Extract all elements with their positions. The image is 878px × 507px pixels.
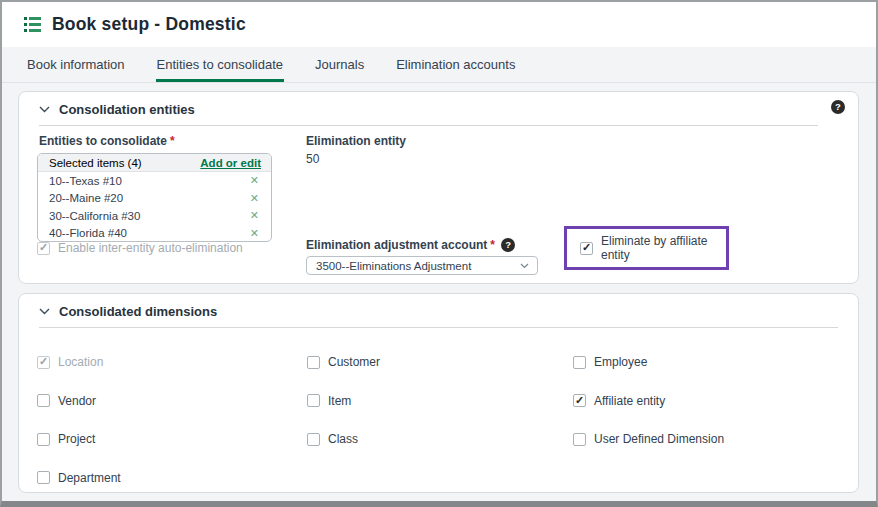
auto-elimination-checkbox-row: ✓ Enable inter-entity auto-elimination — [37, 241, 243, 255]
elimination-entity-label: Elimination entity — [306, 134, 406, 148]
remove-x-icon[interactable]: ✕ — [250, 210, 259, 221]
dimension-checkbox-class[interactable]: ✓ — [307, 433, 320, 446]
listbox-header: Selected items (4) Add or edit — [38, 154, 271, 172]
entity-item-label: 20--Maine #20 — [49, 192, 123, 204]
tab-book-information[interactable]: Book information — [26, 47, 126, 82]
dimension-row-employee: ✓Employee — [573, 355, 838, 369]
dimension-label: Class — [328, 432, 358, 446]
entity-list-item: 20--Maine #20✕ — [38, 190, 271, 208]
section-title: Consolidation entities — [59, 102, 195, 117]
dimension-label: Department — [58, 471, 121, 485]
page-title: Book setup - Domestic — [52, 14, 246, 35]
dimension-row-affiliate-entity: ✓Affiliate entity — [573, 394, 838, 408]
entity-list-item: 40--Florida #40✕ — [38, 225, 271, 243]
section-header-consolidation-entities[interactable]: Consolidation entities — [39, 102, 195, 117]
section-divider — [39, 327, 838, 328]
page-header: Book setup - Domestic — [2, 2, 876, 47]
book-setup-window: Book setup - Domestic Book informationEn… — [0, 0, 878, 507]
remove-x-icon[interactable]: ✕ — [250, 228, 259, 239]
dimension-label: User Defined Dimension — [594, 432, 724, 446]
dimension-row-project: ✓Project — [37, 432, 307, 446]
dimension-row-department: ✓Department — [37, 471, 307, 485]
entity-item-label: 30--California #30 — [49, 210, 140, 222]
dimension-label: Customer — [328, 355, 380, 369]
dimension-checkbox-project[interactable]: ✓ — [37, 433, 50, 446]
dimension-label: Item — [328, 394, 351, 408]
dimension-row-user-defined-dimension: ✓User Defined Dimension — [573, 432, 838, 446]
dimension-checkbox-item[interactable]: ✓ — [307, 394, 320, 407]
dimension-checkbox-department[interactable]: ✓ — [37, 471, 50, 484]
entity-list-item: 10--Texas #10✕ — [38, 172, 271, 190]
dimension-checkbox-user-defined-dimension[interactable]: ✓ — [573, 433, 586, 446]
required-asterisk: * — [170, 134, 175, 148]
entities-to-consolidate-label: Entities to consolidate* — [39, 134, 175, 148]
tab-bar: Book informationEntities to consolidateJ… — [2, 47, 876, 83]
dimension-row-location: ✓Location — [37, 355, 307, 369]
selected-entities-listbox: Selected items (4) Add or edit 10--Texas… — [37, 153, 272, 242]
dimension-checkbox-affiliate-entity[interactable]: ✓ — [573, 394, 586, 407]
dimension-label: Location — [58, 355, 103, 369]
adjustment-account-select[interactable]: 3500--Eliminations Adjustment — [306, 256, 538, 275]
highlight-annotation-box: ✓ Eliminate by affiliate entity — [564, 226, 729, 270]
eliminate-by-affiliate-label: Eliminate by affiliate entity — [601, 234, 726, 262]
section-divider — [39, 125, 818, 126]
entity-item-label: 10--Texas #10 — [49, 175, 122, 187]
dimension-checkbox-employee[interactable]: ✓ — [573, 356, 586, 369]
adjustment-account-label: Elimination adjustment account* ? — [306, 238, 515, 252]
dimension-label: Affiliate entity — [594, 394, 665, 408]
dimension-label: Vendor — [58, 394, 96, 408]
help-icon[interactable]: ? — [831, 100, 845, 114]
dimension-row-vendor: ✓Vendor — [37, 394, 307, 408]
add-or-edit-link[interactable]: Add or edit — [200, 157, 261, 169]
chevron-down-icon — [520, 263, 529, 269]
consolidation-entities-panel: Consolidation entities ? Entities to con… — [18, 91, 859, 284]
auto-elimination-label: Enable inter-entity auto-elimination — [58, 241, 243, 255]
chevron-down-icon — [39, 106, 50, 113]
remove-x-icon[interactable]: ✕ — [250, 175, 259, 186]
dimensions-checkbox-grid: ✓Location✓Customer✓Employee✓Vendor✓Item✓… — [37, 355, 838, 507]
list-icon — [24, 17, 41, 32]
tab-journals[interactable]: Journals — [314, 47, 365, 82]
selected-items-count: Selected items (4) — [49, 157, 142, 169]
tab-entities-to-consolidate[interactable]: Entities to consolidate — [156, 47, 284, 82]
help-icon[interactable]: ? — [501, 238, 515, 252]
elimination-entity-value: 50 — [306, 152, 319, 166]
dimension-row-class: ✓Class — [307, 432, 573, 446]
eliminate-by-affiliate-checkbox[interactable]: ✓ — [580, 242, 593, 255]
required-asterisk: * — [490, 238, 495, 252]
consolidated-dimensions-panel: Consolidated dimensions ✓Location✓Custom… — [18, 293, 859, 493]
dimension-checkbox-vendor[interactable]: ✓ — [37, 394, 50, 407]
auto-elimination-checkbox[interactable]: ✓ — [37, 242, 50, 255]
adjustment-account-value: 3500--Eliminations Adjustment — [316, 260, 471, 272]
chevron-down-icon — [39, 308, 50, 315]
dimension-label: Employee — [594, 355, 647, 369]
remove-x-icon[interactable]: ✕ — [250, 193, 259, 204]
tab-elimination-accounts[interactable]: Elimination accounts — [395, 47, 516, 82]
dimension-checkbox-customer[interactable]: ✓ — [307, 356, 320, 369]
dimension-checkbox-location[interactable]: ✓ — [37, 356, 50, 369]
section-header-consolidated-dimensions[interactable]: Consolidated dimensions — [39, 304, 217, 319]
eliminate-by-affiliate-row: ✓ Eliminate by affiliate entity — [580, 234, 726, 262]
dimension-label: Project — [58, 432, 95, 446]
entity-item-label: 40--Florida #40 — [49, 227, 127, 239]
section-title: Consolidated dimensions — [59, 304, 217, 319]
entity-list-item: 30--California #30✕ — [38, 207, 271, 225]
dimension-row-customer: ✓Customer — [307, 355, 573, 369]
dimension-row-item: ✓Item — [307, 394, 573, 408]
